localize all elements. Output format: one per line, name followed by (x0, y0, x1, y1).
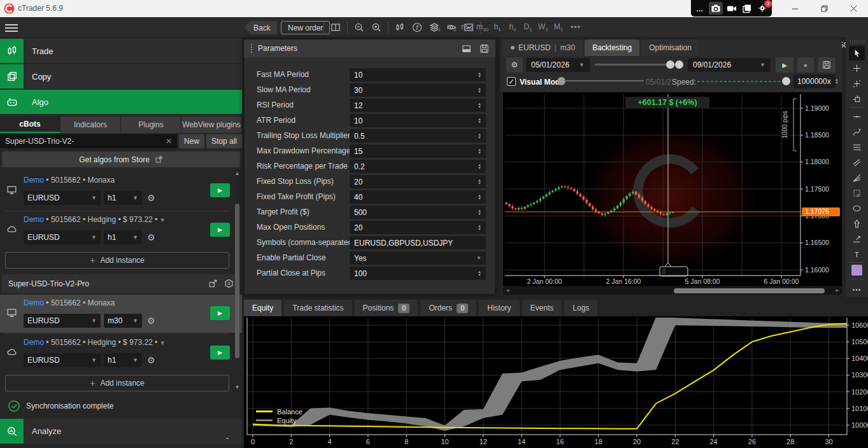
symbol-select[interactable]: EURUSD▼ (24, 314, 101, 328)
parameters-header[interactable]: Parameters (244, 39, 495, 57)
timeframe-m30-button[interactable]: m30 (476, 22, 488, 32)
equity-chart[interactable]: 0246810121416182022242628301000010100102… (242, 316, 868, 448)
tab-backtesting[interactable]: Backtesting (585, 39, 639, 56)
timeframe-select[interactable]: h1▼ (104, 230, 142, 244)
back-button[interactable]: Back (245, 21, 277, 34)
timeframe-m15-button[interactable]: m15 (461, 22, 473, 32)
tab-cbots[interactable]: cBots (0, 116, 60, 133)
timeframe-h1-button[interactable]: h1 (492, 22, 503, 32)
timeframe-W1-button[interactable]: W1 (537, 22, 549, 32)
scroll-right-icon[interactable]: ► (835, 288, 840, 293)
more-timeframes-button[interactable]: ••• (568, 23, 583, 32)
timeframe-select[interactable]: h1▼ (104, 353, 142, 367)
tool-horizontal-line-button[interactable] (849, 109, 865, 124)
tool-text-button[interactable]: T (849, 247, 865, 262)
param-input[interactable]: Yes▼ (350, 251, 486, 265)
bottom-tab-trade-statistics[interactable]: Trade statistics (284, 300, 352, 316)
chart-layout-button[interactable] (330, 22, 341, 33)
sidebar-nav-algo[interactable]: Algo (0, 90, 242, 114)
spinner-icon[interactable]: ▲▼ (478, 118, 481, 124)
capture-camera-button[interactable] (709, 2, 722, 15)
toolbar-grip-icon[interactable] (850, 40, 864, 43)
capture-settings-button[interactable]: 3 (756, 2, 769, 15)
tool-fib-retracement-button[interactable]: i (849, 140, 865, 155)
save-parameters-icon[interactable] (480, 43, 489, 53)
capture-video-button[interactable] (725, 2, 738, 15)
sidebar-nav-trade[interactable]: Trade (0, 39, 242, 63)
param-input[interactable]: 0.5▲▼ (350, 129, 486, 143)
zoom-out-button[interactable] (353, 22, 365, 33)
scroll-left-icon[interactable]: ◄ (505, 288, 510, 293)
spinner-icon[interactable]: ▲▼ (478, 148, 481, 155)
more-tools-button[interactable]: ••• (849, 283, 865, 297)
timeframe-h4-button[interactable]: h4 (507, 22, 518, 32)
tab-optimisation[interactable]: Optimisation (641, 39, 699, 56)
param-input[interactable]: 30▲▼ (350, 83, 486, 97)
param-input[interactable]: 40▲▼ (350, 190, 486, 204)
bottom-tab-positions[interactable]: Positions0 (355, 300, 418, 316)
param-input[interactable]: 0.2▲▼ (350, 160, 486, 173)
backtest-candlestick-chart[interactable]: +601.17 $ (+6%)1000 pips1.190001.185001.… (503, 92, 842, 286)
dock-panel-icon[interactable] (462, 43, 471, 53)
get-algos-store-button[interactable]: Get algos from Store (2, 151, 240, 167)
tab-webview-plugins[interactable]: WebView plugins (181, 116, 242, 133)
chart-horizontal-scrollbar[interactable]: ◄ ► (503, 287, 842, 295)
visual-progress-slider[interactable] (564, 80, 644, 81)
spinner-icon[interactable]: ▲▼ (478, 225, 481, 231)
tool-freehand-button[interactable] (849, 125, 865, 139)
cbot-instance-row[interactable]: Demo • 5015662 • MonaxaEURUSD▼m30▼⚙▶ (0, 295, 242, 333)
zoom-in-button[interactable] (371, 22, 382, 33)
tool-arrow-up-button[interactable] (849, 216, 865, 231)
instance-settings-icon[interactable]: ⚙ (147, 193, 155, 203)
add-instance-button[interactable]: +Add instance (5, 375, 229, 391)
tab-indicators[interactable]: Indicators (60, 116, 121, 133)
tool-equidistant-channel-button[interactable] (849, 155, 865, 170)
sidebar-nav-analyze[interactable]: Analyze (0, 419, 242, 444)
minimize-icon[interactable] (780, 0, 809, 17)
symbol-select[interactable]: EURUSD▼ (24, 230, 101, 244)
scroll-up-icon[interactable]: ▲ (234, 171, 240, 176)
clear-search-icon[interactable]: ✕ (166, 137, 172, 146)
bottom-tab-events[interactable]: Events (522, 300, 562, 316)
cbot-group-header[interactable]: Super-USD-Trio-V2-Pro# (2, 274, 240, 293)
start-cbot-button[interactable]: ▶ (210, 223, 230, 237)
spinner-icon[interactable]: ▲▼ (478, 194, 481, 200)
tool-ellipse-button[interactable] (849, 201, 865, 216)
tool-rect-fibo-button[interactable]: F (849, 186, 865, 200)
timeframe-m5-button[interactable]: m5 (446, 22, 457, 32)
date-to-select[interactable]: 09/01/2026▼ (688, 58, 771, 72)
stop-all-button[interactable]: Stop all (206, 134, 242, 148)
scrollbar-thumb[interactable] (235, 204, 239, 358)
spinner-icon[interactable]: ▲▼ (478, 209, 481, 216)
capture-windows-button[interactable] (740, 2, 753, 15)
range-handle-left[interactable] (666, 60, 674, 69)
drag-handle-icon[interactable] (250, 43, 253, 53)
indicators-button[interactable]: f (411, 22, 423, 33)
scroll-down-icon[interactable]: ▼ (234, 384, 240, 390)
stop-backtest-button[interactable]: ■ (797, 57, 814, 73)
collapse-panel-icon[interactable]: ⌃ (220, 437, 235, 445)
spinner-icon[interactable]: ▲▼ (478, 179, 481, 185)
timeframe-m1-button[interactable]: m1 (430, 22, 442, 32)
tool-magnet-crosshair-button[interactable] (849, 76, 865, 91)
param-input[interactable]: 500▲▼ (350, 206, 486, 219)
csharp-button[interactable]: # (224, 279, 234, 288)
instance-settings-icon[interactable]: ⚙ (147, 355, 155, 365)
menu-icon[interactable] (5, 22, 18, 32)
speed-handle[interactable] (782, 77, 790, 85)
backtest-settings-button[interactable]: ⚙ (506, 57, 523, 73)
instance-settings-icon[interactable]: ⚙ (147, 232, 155, 242)
symbol-select[interactable]: EURUSD▼ (24, 191, 101, 205)
bottom-tab-history[interactable]: History (479, 300, 519, 316)
range-handle-right[interactable] (675, 60, 683, 69)
spinner-icon[interactable]: ▲▼ (478, 72, 481, 78)
spinner-icon[interactable]: ▲▼ (478, 102, 481, 109)
param-input[interactable]: 15▲▼ (350, 144, 486, 158)
speed-slider[interactable] (697, 81, 784, 82)
instance-settings-icon[interactable]: ⚙ (147, 316, 155, 326)
tab-plugins[interactable]: Plugins (121, 116, 181, 133)
spinner-icon[interactable]: ▲▼ (835, 78, 839, 85)
sidebar-nav-copy[interactable]: Copy (0, 64, 242, 88)
chart-type-button[interactable] (394, 22, 406, 33)
visual-mode-checkbox[interactable]: ✓ (507, 77, 516, 86)
